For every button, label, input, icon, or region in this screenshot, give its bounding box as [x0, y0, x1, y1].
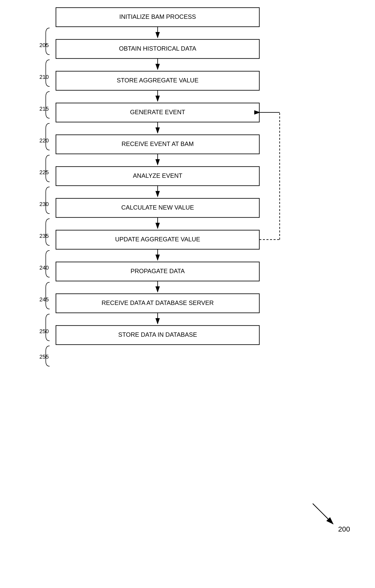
step1-text: INITIALIZE BAM PROCESS [119, 13, 196, 20]
step11-text: STORE DATA IN DATABASE [118, 331, 197, 338]
step10-text: RECEIVE DATA AT DATABASE SERVER [101, 299, 214, 306]
label-205: 205 [39, 42, 49, 48]
label-220: 220 [39, 137, 49, 144]
step6-text: ANALYZE EVENT [133, 172, 183, 179]
svg-line-26 [313, 504, 333, 524]
diagram-number: 200 [338, 525, 350, 533]
label-235: 235 [39, 233, 49, 239]
step7-text: CALCULATE NEW VALUE [121, 204, 194, 211]
step9-text: PROPAGATE DATA [131, 268, 185, 274]
step2-text: OBTAIN HISTORICAL DATA [119, 45, 196, 52]
label-245: 245 [39, 296, 49, 303]
step8-text: UPDATE AGGREGATE VALUE [115, 236, 200, 243]
label-215: 215 [39, 106, 49, 112]
label-250: 250 [39, 328, 49, 334]
step4-text: GENERATE EVENT [130, 109, 185, 115]
label-230: 230 [39, 201, 49, 207]
label-210: 210 [39, 74, 49, 80]
label-255: 255 [39, 354, 49, 360]
label-240: 240 [39, 264, 49, 271]
step5-text: RECEIVE EVENT AT BAM [122, 140, 194, 147]
step3-text: STORE AGGREGATE VALUE [117, 77, 198, 84]
label-225: 225 [39, 169, 49, 175]
